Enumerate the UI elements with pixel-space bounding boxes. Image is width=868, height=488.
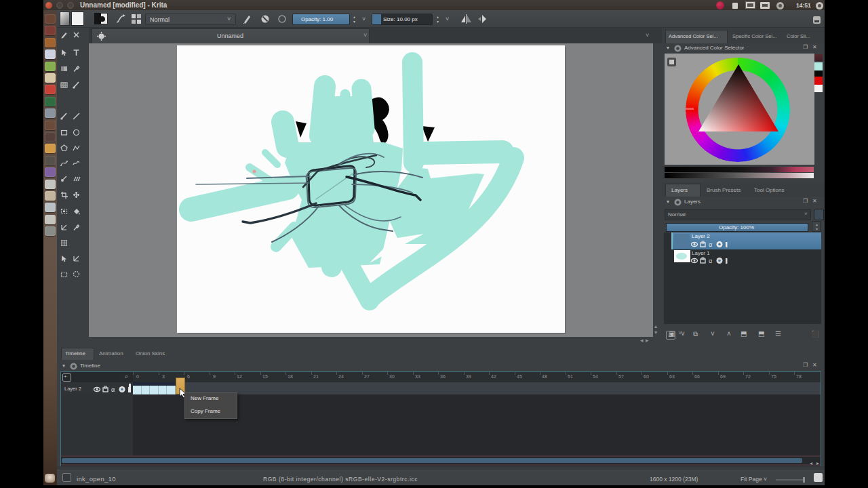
svg-text:α: α [709, 258, 712, 264]
svg-text:α: α [709, 241, 712, 248]
svg-text:α: α [111, 386, 115, 393]
